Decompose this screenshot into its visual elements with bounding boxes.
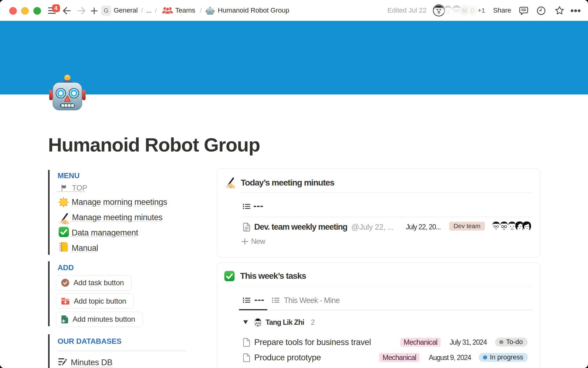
svg-text:D: D	[470, 7, 475, 14]
svg-text:M: M	[462, 7, 467, 14]
